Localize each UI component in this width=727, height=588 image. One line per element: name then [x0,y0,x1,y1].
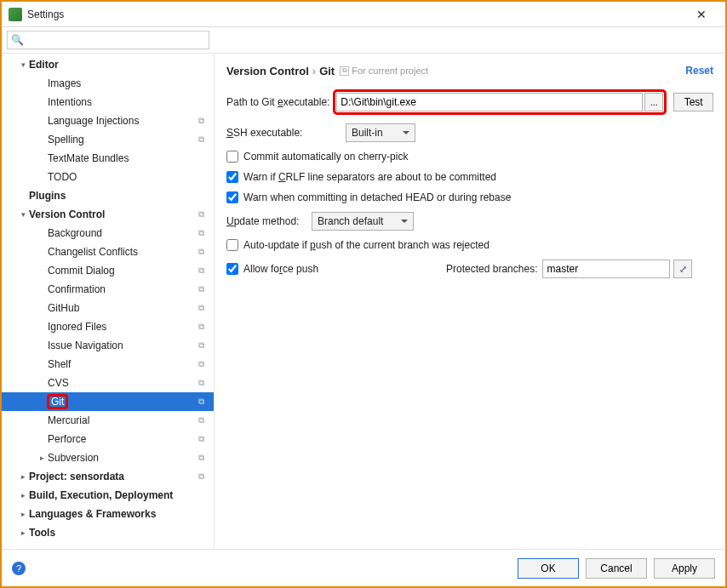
sidebar-item-label: TextMate Bundles [48,152,209,164]
browse-button[interactable]: ... [644,93,663,111]
auto-update-checkbox[interactable] [226,239,238,251]
project-scope-icon: ⧉ [198,303,209,313]
sidebar-item-confirmation[interactable]: Confirmation⧉ [2,280,214,299]
sidebar-item-cvs[interactable]: CVS⧉ [2,374,214,392]
sidebar-item-todo[interactable]: TODO [2,168,214,186]
sidebar-item-project-sensordata[interactable]: ▸Project: sensordata⧉ [2,467,214,486]
project-scope-icon: ⧉ [198,434,209,444]
project-scope-icon: ⧉ [198,134,209,145]
sidebar-item-shelf[interactable]: Shelf⧉ [2,355,214,374]
path-label: Path to Git executable: [226,96,333,108]
sidebar-item-ignored-files[interactable]: Ignored Files⧉ [2,317,214,336]
close-icon[interactable]: ✕ [684,8,718,21]
sidebar-tree[interactable]: ▾EditorImagesIntentionsLanguage Injectio… [2,54,215,549]
sidebar-item-commit-dialog[interactable]: Commit Dialog⧉ [2,261,214,280]
sidebar-item-language-injections[interactable]: Language Injections⧉ [2,111,214,130]
sidebar-item-issue-navigation[interactable]: Issue Navigation⧉ [2,336,214,355]
sidebar-item-label: Ignored Files [48,321,198,333]
breadcrumb-parent: Version Control [226,65,309,77]
breadcrumb-current: Git [319,65,335,77]
breadcrumb-sep: › [312,65,316,77]
sidebar-item-version-control[interactable]: ▾Version Control⧉ [2,205,214,224]
detached-row: Warn when committing in detached HEAD or… [226,191,713,203]
sidebar-item-label: Perforce [48,433,198,445]
chevron-right-icon: ▸ [36,454,48,462]
project-scope-icon: ⧉ [198,265,209,276]
update-method-row: Update method: Branch default [226,212,713,231]
sidebar-item-label: Subversion [48,452,198,464]
chevron-right-icon: ▸ [17,472,29,481]
sidebar-item-subversion[interactable]: ▸Subversion⧉ [2,448,214,467]
chevron-right-icon: ▸ [17,510,29,518]
git-path-input[interactable] [336,93,643,111]
sidebar-item-images[interactable]: Images [2,74,214,93]
chevron-down-icon: ▾ [17,210,29,219]
sidebar-item-label: Version Control [29,208,198,220]
crlf-row: Warn if CRLF line separators are about t… [226,171,713,183]
sidebar-item-github[interactable]: GitHub⧉ [2,299,214,317]
ssh-select[interactable]: Built-in [346,123,415,142]
sidebar-item-languages-frameworks[interactable]: ▸Languages & Frameworks [2,505,214,523]
sidebar-item-background[interactable]: Background⧉ [2,224,214,243]
reset-link[interactable]: Reset [685,65,713,77]
auto-update-row: Auto-update if push of the current branc… [226,239,713,251]
search-bar: 🔍 [2,27,725,54]
cherry-pick-checkbox[interactable] [226,151,238,163]
cherry-pick-label: Commit automatically on cherry-pick [243,151,408,163]
content-area: ▾EditorImagesIntentionsLanguage Injectio… [2,54,725,549]
protected-expand-icon[interactable]: ⤢ [673,260,692,278]
apply-button[interactable]: Apply [654,558,715,579]
breadcrumb-scope: ⧉ For current project [340,66,428,76]
chevron-right-icon: ▸ [17,528,29,537]
sidebar-item-textmate-bundles[interactable]: TextMate Bundles [2,149,214,168]
auto-update-label: Auto-update if push of the current branc… [243,239,489,251]
search-icon: 🔍 [11,34,24,46]
sidebar-item-changelist-conflicts[interactable]: Changelist Conflicts⧉ [2,243,214,261]
sidebar-item-git[interactable]: Git⧉ [2,392,214,411]
project-scope-icon: ⧉ [198,228,209,238]
sidebar-item-editor[interactable]: ▾Editor [2,55,214,74]
detached-checkbox[interactable] [226,191,238,203]
search-field-wrap[interactable]: 🔍 [7,31,209,49]
help-icon[interactable]: ? [12,562,26,575]
sidebar-item-intentions[interactable]: Intentions [2,93,214,111]
chevron-down-icon: ▾ [17,60,29,69]
project-scope-icon: ⧉ [198,378,209,388]
sidebar-item-label: Spelling [48,134,198,146]
sidebar-item-label: Changelist Conflicts [48,246,198,258]
detached-label: Warn when committing in detached HEAD or… [243,191,511,203]
ok-button[interactable]: OK [518,558,579,579]
force-push-checkbox[interactable] [226,263,238,275]
sidebar-item-spelling[interactable]: Spelling⧉ [2,130,214,149]
chevron-right-icon: ▸ [17,491,29,500]
update-method-select[interactable]: Branch default [312,212,414,231]
project-scope-icon: ⧉ [198,453,209,463]
breadcrumb: Version Control › Git ⧉ For current proj… [226,60,713,81]
force-push-label: Allow force push [243,263,318,275]
sidebar-item-label: Project: sensordata [29,471,198,482]
project-scope-icon: ⧉ [198,397,209,407]
window-title: Settings [27,9,684,20]
project-scope-icon: ⧉ [198,322,209,332]
sidebar-item-plugins[interactable]: Plugins [2,186,214,205]
sidebar-item-label: Images [48,77,209,89]
protected-branches-input[interactable] [542,260,670,278]
sidebar-item-tools[interactable]: ▸Tools [2,523,214,542]
sidebar-item-label: Language Injections [48,115,198,127]
sidebar-item-label: TODO [48,171,209,183]
project-scope-icon: ⧉ [198,359,209,369]
test-button[interactable]: Test [673,93,713,111]
force-push-row: Allow force push Protected branches: ⤢ [226,260,713,278]
crlf-label: Warn if CRLF line separators are about t… [243,171,496,183]
cancel-button[interactable]: Cancel [586,558,647,579]
ssh-label: SSH executable: [226,127,346,139]
sidebar-item-mercurial[interactable]: Mercurial⧉ [2,411,214,430]
sidebar-item-build-execution-deployment[interactable]: ▸Build, Execution, Deployment [2,486,214,505]
sidebar-item-label: Shelf [48,358,198,370]
crlf-checkbox[interactable] [226,171,238,183]
sidebar-item-label: GitHub [48,302,198,314]
sidebar-item-perforce[interactable]: Perforce⧉ [2,430,214,448]
project-scope-icon: ⧉ [198,415,209,425]
sidebar-item-label: Issue Navigation [48,340,198,351]
search-input[interactable] [27,34,205,46]
